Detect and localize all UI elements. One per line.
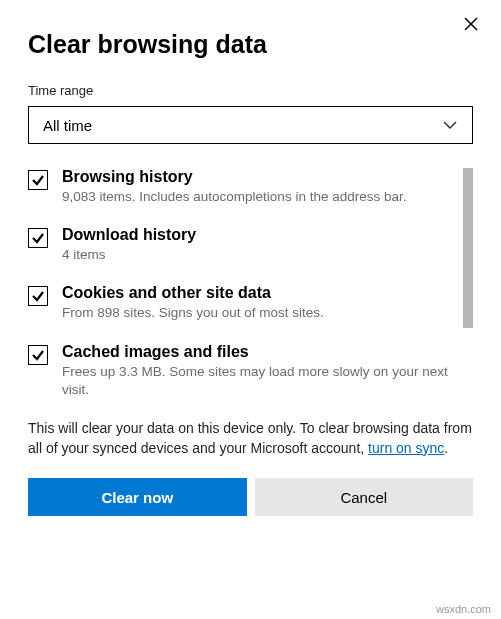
watermark: wsxdn.com: [436, 603, 491, 615]
close-icon: [464, 17, 478, 31]
data-types-list: Browsing history 9,083 items. Includes a…: [28, 168, 473, 399]
item-desc: From 898 sites. Signs you out of most si…: [62, 304, 324, 322]
checkbox-cached[interactable]: [28, 345, 48, 365]
time-range-label: Time range: [28, 83, 473, 98]
clear-now-button[interactable]: Clear now: [28, 478, 247, 516]
item-desc: 9,083 items. Includes autocompletions in…: [62, 188, 406, 206]
item-desc: Frees up 3.3 MB. Some sites may load mor…: [62, 363, 455, 399]
check-icon: [31, 173, 45, 187]
check-icon: [31, 231, 45, 245]
scrollbar-thumb[interactable]: [463, 168, 473, 328]
item-title: Cookies and other site data: [62, 284, 324, 302]
close-button[interactable]: [461, 14, 481, 34]
check-icon: [31, 289, 45, 303]
footer-note: This will clear your data on this device…: [28, 419, 473, 458]
item-title: Download history: [62, 226, 196, 244]
chevron-down-icon: [442, 117, 458, 133]
cancel-button[interactable]: Cancel: [255, 478, 474, 516]
footer-text-after: .: [444, 440, 448, 456]
time-range-select[interactable]: All time: [28, 106, 473, 144]
list-item: Browsing history 9,083 items. Includes a…: [28, 168, 455, 206]
item-desc: 4 items: [62, 246, 196, 264]
turn-on-sync-link[interactable]: turn on sync: [368, 440, 444, 456]
dialog-title: Clear browsing data: [28, 30, 473, 59]
list-item: Cached images and files Frees up 3.3 MB.…: [28, 343, 455, 399]
checkbox-browsing-history[interactable]: [28, 170, 48, 190]
check-icon: [31, 348, 45, 362]
item-title: Cached images and files: [62, 343, 455, 361]
time-range-value: All time: [43, 117, 92, 134]
item-title: Browsing history: [62, 168, 406, 186]
clear-browsing-data-dialog: Clear browsing data Time range All time …: [0, 0, 501, 534]
checkbox-download-history[interactable]: [28, 228, 48, 248]
dialog-buttons: Clear now Cancel: [28, 478, 473, 516]
list-item: Cookies and other site data From 898 sit…: [28, 284, 455, 322]
checkbox-cookies[interactable]: [28, 286, 48, 306]
list-item: Download history 4 items: [28, 226, 455, 264]
